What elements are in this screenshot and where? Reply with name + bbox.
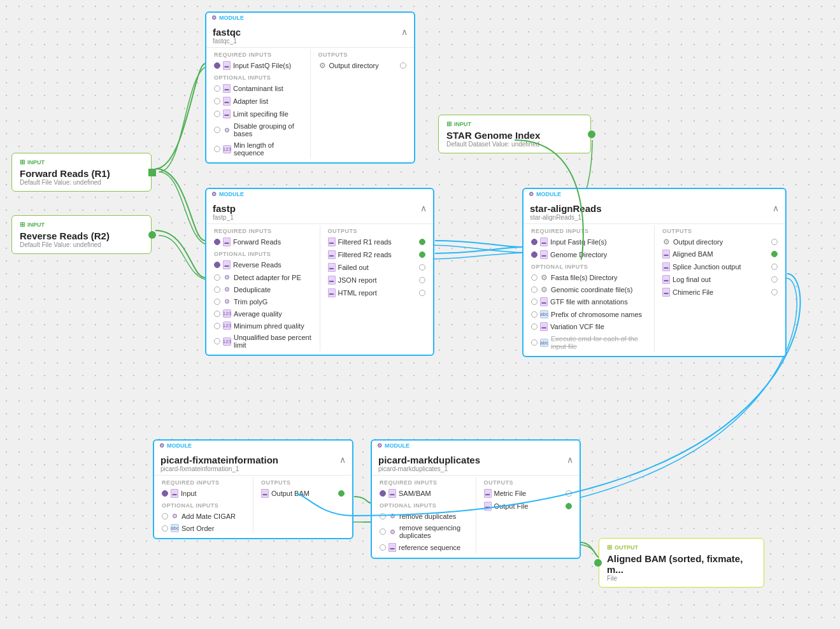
forward-reads-subtitle: Default File Value: undefined — [20, 179, 143, 186]
picard-fix-outbam-icon: ▬ — [261, 489, 269, 498]
fastqc-node: ⚙ MODULE fastqc fastqc_1 ∧ REQUIRED INPU… — [205, 11, 415, 164]
star-exec-icon: abc — [540, 339, 548, 347]
star-gtf-icon: ▬ — [540, 297, 548, 306]
star-gtf-label: GTF file with annotations — [550, 298, 628, 306]
picard-fix-node: ⚙ MODULE picard-fixmateinformation picar… — [153, 439, 353, 539]
fastp-fwd-label: Forward Reads — [233, 238, 281, 246]
fastp-avg-qual-label: Average quality — [234, 310, 282, 318]
fastqc-adapter-icon: ▬ — [223, 97, 231, 106]
star-input-fastq-connector — [531, 239, 537, 245]
star-vcf-icon: ▬ — [540, 322, 548, 331]
fastqc-input-fastq-connector — [214, 62, 220, 69]
fastqc-req-label: REQUIRED INPUTS — [209, 49, 308, 59]
picard-mark-metric: ▬ Metric File — [479, 487, 578, 500]
fastqc-limit: ▬ Limit specifing file — [209, 108, 308, 120]
fastp-req-label: REQUIRED INPUTS — [209, 225, 317, 236]
fastqc-opt-label: OPTIONAL INPUTS — [209, 72, 308, 82]
star-genome-dir-icon: ▬ — [540, 250, 548, 259]
fastqc-outdir-label: Output directory — [329, 62, 379, 69]
picard-mark-outfile-connector — [566, 503, 572, 509]
fastp-r2-connector — [419, 251, 425, 258]
fastp-html-label: HTML report — [338, 289, 377, 297]
star-genome-subtitle: Default Dataset Value: undefined — [446, 141, 583, 148]
fastp-dedup-connector — [214, 286, 220, 293]
star-exec-label: Execute cmd for each of the input file — [551, 335, 646, 350]
star-splice: ▬ Splice Junction output — [657, 260, 783, 273]
fastp-r1-label: Filtered R1 reads — [338, 238, 392, 246]
fastp-json-label: JSON report — [338, 276, 377, 284]
fastqc-minlen-connector — [214, 146, 220, 152]
picard-mark-rem-seq-dup-connector — [380, 528, 386, 535]
fastp-min-phred-label: Minimum phred quality — [234, 322, 304, 330]
forward-reads-badge: ⊞ INPUT — [20, 159, 143, 166]
picard-fix-sort-order-icon: abc — [171, 524, 179, 532]
fastp-r1-connector — [419, 239, 425, 245]
star-collapse[interactable]: ∧ — [772, 203, 779, 213]
fastqc-collapse[interactable]: ∧ — [401, 27, 408, 37]
star-aligned-bam-label: Aligned BAM — [673, 250, 713, 258]
fastp-failed-connector — [419, 264, 425, 271]
star-genome-node: ⊞ INPUT STAR Genome Index Default Datase… — [438, 115, 591, 153]
picard-mark-ref-icon: ▬ — [388, 543, 396, 552]
picard-fix-mate-cigar: ⚙ Add Mate CIGAR — [157, 510, 250, 522]
star-input-fastq-label: Input Fastq File(s) — [550, 238, 607, 246]
fastqc-adapter-connector — [214, 98, 220, 104]
aligned-bam-subtitle: File — [607, 575, 756, 582]
fastp-r1-icon: ▬ — [328, 237, 336, 246]
fastp-json: ▬ JSON report — [323, 274, 431, 286]
fastp-title: fastp — [213, 203, 236, 214]
picard-fix-collapse[interactable]: ∧ — [339, 455, 346, 465]
fastp-r2: ▬ Filtered R2 reads — [323, 248, 431, 261]
picard-fix-mate-cigar-connector — [162, 513, 168, 519]
picard-fix-sort-order-label: Sort Order — [182, 525, 214, 532]
fastqc-limit-icon: ▬ — [223, 110, 231, 118]
star-genome-dir-connector — [531, 251, 537, 258]
star-genome-dir: ▬ Genome Directory — [526, 248, 651, 261]
fastp-badge: ⚙ MODULE — [206, 189, 433, 199]
star-out-label: OUTPUTS — [657, 225, 783, 236]
fastp-rev: ▬ Reverse Reads — [209, 258, 317, 271]
forward-reads-title: Forward Reads (R1) — [20, 168, 143, 179]
star-chimeric: ▬ Chimeric File — [657, 286, 783, 299]
fastqc-adapter: ▬ Adapter list — [209, 95, 308, 108]
fastqc-minlen: 123 Min length of sequence — [209, 139, 308, 159]
star-fasta: ⚙ Fasta file(s) Directory — [526, 271, 651, 283]
fastp-min-phred-icon: 123 — [223, 322, 231, 330]
star-input-fastq: ▬ Input Fastq File(s) — [526, 236, 651, 248]
fastp-rev-connector — [214, 262, 220, 268]
picard-mark-rem-dup-icon: ⚙ — [388, 512, 397, 520]
picard-fix-input-icon: ▬ — [171, 489, 178, 498]
picard-mark-collapse[interactable]: ∧ — [567, 455, 573, 465]
fastp-dedup-icon: ⚙ — [223, 285, 231, 293]
fastp-unqual-connector — [214, 338, 220, 344]
star-subtitle: star-alignReads_1 — [530, 214, 602, 221]
star-input-fastq-icon: ▬ — [540, 237, 548, 246]
star-chimeric-label: Chimeric File — [673, 288, 713, 296]
star-node: ⚙ MODULE star-alignReads star-alignReads… — [522, 188, 787, 357]
picard-fix-outbam-label: Output BAM — [271, 490, 310, 497]
picard-mark-outfile-label: Output File — [494, 502, 529, 510]
picard-mark-sambam-icon: ▬ — [388, 489, 396, 498]
star-genomic: ⚙ Genomic coordinate file(s) — [526, 283, 651, 295]
fastp-json-icon: ▬ — [328, 276, 336, 285]
star-aligned-bam-connector — [771, 251, 778, 257]
star-genomic-icon: ⚙ — [540, 285, 548, 293]
aligned-bam-title: Aligned BAM (sorted, fixmate, m... — [607, 553, 756, 575]
picard-fix-outbam-connector — [338, 490, 345, 497]
picard-mark-out-label: OUTPUTS — [479, 477, 578, 487]
fastp-r2-icon: ▬ — [328, 250, 336, 259]
fastp-collapse[interactable]: ∧ — [420, 203, 427, 213]
star-prefix-connector — [531, 311, 537, 318]
fastqc-contaminant-connector — [214, 85, 220, 92]
picard-mark-node: ⚙ MODULE picard-markduplicates picard-ma… — [371, 439, 581, 559]
picard-fix-mate-cigar-icon: ⚙ — [171, 512, 179, 520]
fastp-failed-label: Failed out — [338, 264, 369, 271]
fastp-trim-label: Trim polyG — [234, 298, 267, 306]
picard-mark-title: picard-markduplicates — [378, 455, 480, 465]
picard-mark-ref: ▬ reference sequence — [374, 541, 473, 554]
fastp-unqual: 123 Unqualified base percent limit — [209, 332, 317, 351]
picard-mark-sambam: ▬ SAM/BAM — [374, 487, 473, 500]
star-aligned-bam-icon: ▬ — [662, 250, 670, 258]
picard-mark-ref-label: reference sequence — [399, 544, 460, 551]
picard-mark-rem-seq-dup: ⚙ remove sequencing duplicates — [374, 522, 473, 541]
